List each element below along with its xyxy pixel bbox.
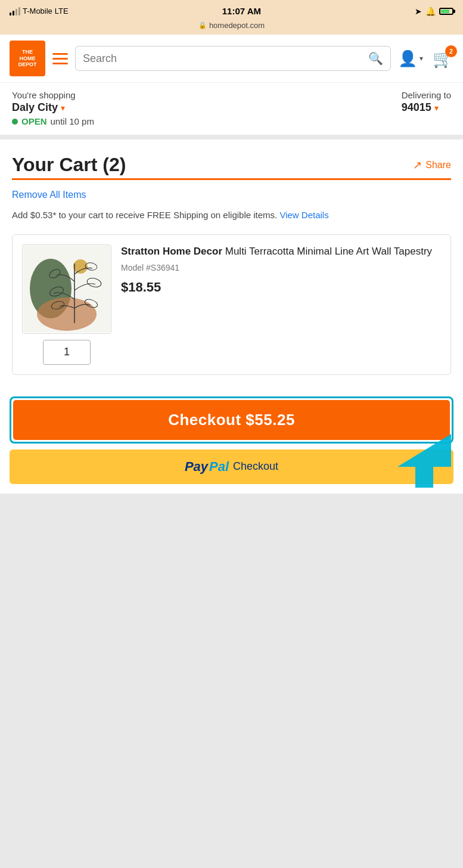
deliver-label: Delivering to: [402, 90, 451, 100]
status-left: T-Mobile LTE: [10, 7, 69, 16]
zip-chevron-icon[interactable]: ▾: [434, 103, 439, 113]
svg-marker-11: [397, 434, 451, 488]
home-depot-logo[interactable]: THE HOME DEPOT: [10, 41, 45, 76]
lock-icon: 🔒: [198, 21, 207, 29]
cart-button[interactable]: 🛒 2: [433, 49, 453, 69]
alarm-icon: 🔔: [425, 7, 436, 16]
checkout-button[interactable]: Checkout $55.25: [13, 400, 450, 440]
product-card: 1 Stratton Home Decor Multi Terracotta M…: [12, 234, 451, 375]
city-chevron-icon[interactable]: ▾: [61, 103, 65, 113]
open-hours-label: until 10 pm: [51, 116, 94, 126]
signal-icon: [10, 7, 20, 16]
zip-code: 94015: [402, 101, 431, 114]
remove-all-items-button[interactable]: Remove All Items: [12, 190, 451, 200]
location-arrow-icon: ➤: [415, 7, 422, 16]
product-name: Stratton Home Decor Multi Terracotta Min…: [121, 244, 441, 259]
cart-title: Your Cart (2): [12, 154, 126, 176]
view-details-link[interactable]: View Details: [279, 210, 328, 220]
search-input[interactable]: [83, 52, 363, 65]
open-status-label: OPEN: [21, 116, 47, 126]
product-info: Stratton Home Decor Multi Terracotta Min…: [121, 244, 441, 296]
cart-badge: 2: [445, 45, 457, 57]
status-right: ➤ 🔔: [415, 7, 453, 16]
open-status-dot: [12, 119, 18, 125]
cart-content: Your Cart (2) ↗ Share Remove All Items A…: [0, 140, 463, 396]
delivery-location: Delivering to 94015 ▾: [402, 90, 451, 114]
cart-divider: [12, 178, 451, 180]
product-image-wrap: 1: [22, 244, 111, 365]
carrier-label: T-Mobile: [23, 7, 52, 16]
product-price: $18.55: [121, 280, 441, 295]
battery-icon: [439, 8, 453, 15]
app-header: THE HOME DEPOT 🔍 👤 ▾ 🛒 2: [0, 35, 463, 83]
network-label: LTE: [55, 7, 69, 16]
city-name: Daly City: [12, 101, 58, 114]
quantity-input[interactable]: 1: [43, 340, 91, 365]
shopping-label: You're shopping: [12, 90, 94, 100]
header-icons: 👤 ▾ 🛒 2: [398, 49, 453, 69]
user-icon: 👤: [398, 49, 417, 68]
share-label: Share: [425, 160, 451, 170]
chevron-down-icon: ▾: [420, 54, 423, 63]
annotation-arrow: [397, 434, 451, 488]
paypal-label: PayPal Checkout: [185, 459, 278, 475]
bottom-checkout-bar: Checkout $55.25 PayPal Checkout: [0, 396, 463, 494]
search-button[interactable]: 🔍: [368, 51, 383, 66]
location-bar: You're shopping Daly City ▾ OPEN until 1…: [0, 83, 463, 140]
url-label: homedepot.com: [209, 21, 265, 30]
url-bar: 🔒 homedepot.com: [0, 20, 463, 35]
product-image: [22, 244, 111, 334]
product-model-number: Model #S36941: [121, 263, 441, 272]
checkout-button-wrap: Checkout $55.25: [10, 396, 453, 444]
share-icon: ↗: [413, 159, 422, 172]
svg-point-2: [37, 297, 97, 331]
hamburger-menu[interactable]: [52, 53, 68, 64]
share-button[interactable]: ↗ Share: [413, 159, 451, 172]
user-account-button[interactable]: 👤 ▾: [398, 49, 423, 68]
status-bar: T-Mobile LTE 11:07 AM ➤ 🔔: [0, 0, 463, 20]
search-bar[interactable]: 🔍: [75, 46, 391, 71]
cart-header: Your Cart (2) ↗ Share: [12, 154, 451, 176]
store-location: You're shopping Daly City ▾ OPEN until 1…: [12, 90, 94, 126]
time-label: 11:07 AM: [222, 6, 261, 16]
paypal-checkout-button[interactable]: PayPal Checkout: [10, 450, 453, 484]
free-shipping-message: Add $0.53* to your cart to receive FREE …: [12, 209, 451, 222]
